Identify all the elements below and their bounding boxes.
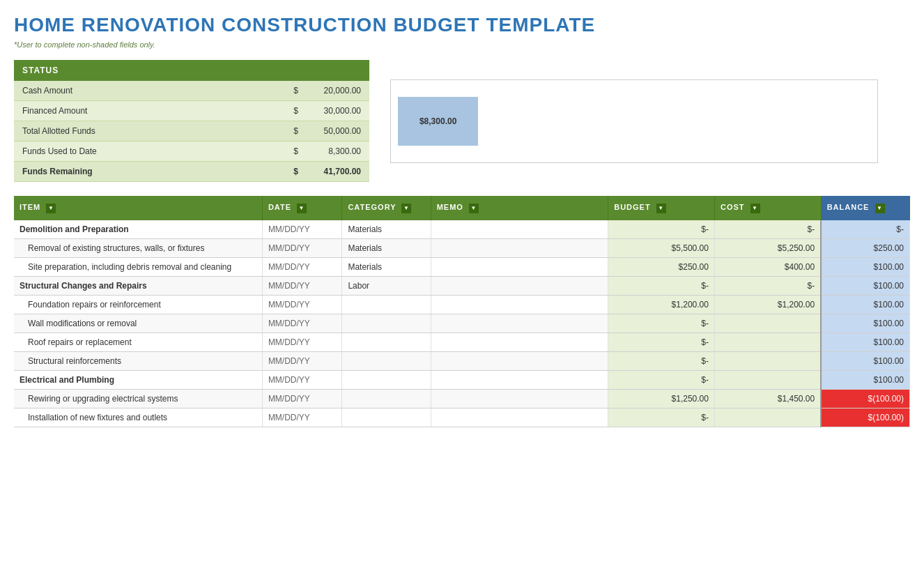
cell-cost[interactable]: $ 5,250.00 <box>714 239 821 258</box>
dropdown-arrow[interactable]: ▼ <box>875 204 885 213</box>
status-row: Cash Amount $ 20,000.00 <box>14 81 369 101</box>
cell-category[interactable]: Labor <box>342 277 431 296</box>
cell-category[interactable] <box>342 390 431 408</box>
table-row: Rewiring or upgrading electrical systems… <box>14 390 910 408</box>
cell-item: Structural reinforcements <box>14 352 262 371</box>
cell-memo[interactable] <box>431 258 608 277</box>
cell-date[interactable]: MM/DD/YY <box>262 239 342 258</box>
cell-cost[interactable]: $ - <box>714 277 821 296</box>
bar-chart: $8,300.00 <box>390 79 878 163</box>
table-row: Installation of new fixtures and outlets… <box>14 408 910 427</box>
subtitle: *User to complete non-shaded fields only… <box>14 40 910 49</box>
cell-budget[interactable]: $ - <box>608 220 715 239</box>
cell-cost[interactable] <box>714 314 821 333</box>
col-header-budget: BUDGET ▼ <box>608 196 715 220</box>
cell-date[interactable]: MM/DD/YY <box>262 220 342 239</box>
cell-budget[interactable]: $ - <box>608 314 715 333</box>
dropdown-arrow[interactable]: ▼ <box>469 204 479 213</box>
cell-category[interactable] <box>342 371 431 390</box>
cell-cost[interactable]: $ - <box>714 220 821 239</box>
cell-item: Installation of new fixtures and outlets <box>14 408 262 427</box>
status-value: 41,700.00 <box>307 162 369 182</box>
cell-item: Electrical and Plumbing <box>14 371 262 390</box>
cell-category[interactable]: Materials <box>342 220 431 239</box>
cell-cost[interactable]: $ 400.00 <box>714 258 821 277</box>
dropdown-arrow[interactable]: ▼ <box>750 204 760 213</box>
cell-item: Wall modifications or removal <box>14 314 262 333</box>
dropdown-arrow[interactable]: ▼ <box>46 204 56 213</box>
cell-balance: $ (100.00) <box>821 408 909 427</box>
cell-memo[interactable] <box>431 390 608 408</box>
status-value: 20,000.00 <box>307 81 369 101</box>
status-label: Funds Remaining <box>14 162 279 182</box>
cell-budget[interactable]: $ - <box>608 371 715 390</box>
table-row: Structural Changes and RepairsMM/DD/YYLa… <box>14 277 910 296</box>
cell-budget[interactable]: $ 5,500.00 <box>608 239 715 258</box>
cell-date[interactable]: MM/DD/YY <box>262 296 342 314</box>
cell-memo[interactable] <box>431 277 608 296</box>
cell-category[interactable] <box>342 408 431 427</box>
cell-date[interactable]: MM/DD/YY <box>262 352 342 371</box>
cell-budget[interactable]: $ 1,200.00 <box>608 296 715 314</box>
cell-memo[interactable] <box>431 352 608 371</box>
cell-date[interactable]: MM/DD/YY <box>262 371 342 390</box>
status-header: STATUS <box>14 60 369 81</box>
cell-cost[interactable]: $ 1,450.00 <box>714 390 821 408</box>
table-row: Structural reinforcementsMM/DD/YY$ -$ 10… <box>14 352 910 371</box>
cell-budget[interactable]: $ 250.00 <box>608 258 715 277</box>
table-row: Foundation repairs or reinforcementMM/DD… <box>14 296 910 314</box>
cell-category[interactable] <box>342 296 431 314</box>
status-value: 50,000.00 <box>307 121 369 142</box>
col-header-item: ITEM ▼ <box>14 196 262 220</box>
cell-cost[interactable] <box>714 371 821 390</box>
cell-date[interactable]: MM/DD/YY <box>262 390 342 408</box>
cell-category[interactable] <box>342 333 431 352</box>
cell-date[interactable]: MM/DD/YY <box>262 408 342 427</box>
cell-date[interactable]: MM/DD/YY <box>262 258 342 277</box>
cell-memo[interactable] <box>431 239 608 258</box>
cell-memo[interactable] <box>431 371 608 390</box>
col-header-cost: COST ▼ <box>714 196 821 220</box>
dropdown-arrow[interactable]: ▼ <box>297 204 307 213</box>
cell-cost[interactable]: $ 1,200.00 <box>714 296 821 314</box>
cell-memo[interactable] <box>431 296 608 314</box>
cell-cost[interactable] <box>714 333 821 352</box>
cell-cost[interactable] <box>714 408 821 427</box>
cell-balance: $ 100.00 <box>821 333 909 352</box>
cell-date[interactable]: MM/DD/YY <box>262 277 342 296</box>
col-header-memo: MEMO ▼ <box>431 196 608 220</box>
table-row: Wall modifications or removalMM/DD/YY$ -… <box>14 314 910 333</box>
cell-cost[interactable] <box>714 352 821 371</box>
cell-date[interactable]: MM/DD/YY <box>262 314 342 333</box>
status-section: STATUS Cash Amount $ 20,000.00 Financed … <box>14 60 369 182</box>
status-dollar: $ <box>279 121 307 142</box>
cell-date[interactable]: MM/DD/YY <box>262 333 342 352</box>
status-label: Financed Amount <box>14 101 279 121</box>
cell-balance: $ 100.00 <box>821 296 909 314</box>
cell-budget[interactable]: $ - <box>608 352 715 371</box>
cell-budget[interactable]: $ - <box>608 277 715 296</box>
cell-category[interactable] <box>342 314 431 333</box>
cell-balance: $ 100.00 <box>821 258 909 277</box>
cell-memo[interactable] <box>431 220 608 239</box>
cell-category[interactable]: Materials <box>342 239 431 258</box>
dropdown-arrow[interactable]: ▼ <box>656 204 666 213</box>
cell-category[interactable]: Materials <box>342 258 431 277</box>
cell-memo[interactable] <box>431 333 608 352</box>
cell-memo[interactable] <box>431 408 608 427</box>
cell-budget[interactable]: $ 1,250.00 <box>608 390 715 408</box>
page-title: HOME RENOVATION CONSTRUCTION BUDGET TEMP… <box>14 14 910 36</box>
bar-label: $8,300.00 <box>419 116 456 126</box>
cell-item: Site preparation, including debris remov… <box>14 258 262 277</box>
cell-budget[interactable]: $ - <box>608 408 715 427</box>
cell-category[interactable] <box>342 352 431 371</box>
cell-item: Roof repairs or replacement <box>14 333 262 352</box>
col-header-balance: BALANCE ▼ <box>821 196 909 220</box>
dropdown-arrow[interactable]: ▼ <box>401 204 411 213</box>
cell-balance: $ 100.00 <box>821 314 909 333</box>
status-row: Funds Remaining $ 41,700.00 <box>14 162 369 182</box>
status-row: Financed Amount $ 30,000.00 <box>14 101 369 121</box>
cell-budget[interactable]: $ - <box>608 333 715 352</box>
table-row: Electrical and PlumbingMM/DD/YY$ -$ 100.… <box>14 371 910 390</box>
cell-memo[interactable] <box>431 314 608 333</box>
